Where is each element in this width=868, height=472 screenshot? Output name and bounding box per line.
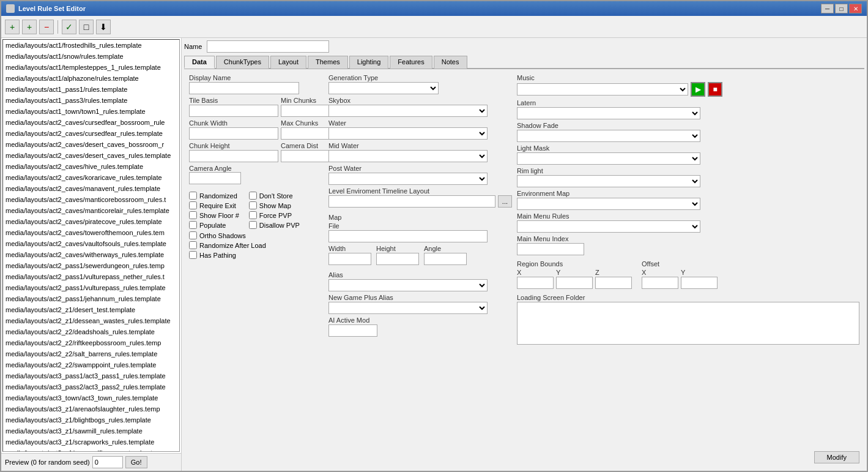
region-y-input[interactable]: [556, 277, 593, 289]
populate-check[interactable]: Populate: [189, 221, 239, 229]
check-button[interactable]: ✓: [62, 20, 76, 34]
tile-basis-input[interactable]: [189, 105, 278, 117]
list-item[interactable]: media/layouts/act2_caves/koraricave_rule…: [3, 172, 179, 183]
list-item[interactable]: media/layouts/act1_pass1/rules.template: [3, 84, 179, 95]
new-game-plus-select[interactable]: [328, 302, 488, 314]
ai-active-mod-input[interactable]: [328, 324, 377, 337]
list-item[interactable]: media/layouts/act2_pass1/sewerdungeon_ru…: [3, 260, 179, 271]
post-water-select[interactable]: [328, 173, 488, 185]
shadow-fade-select[interactable]: [517, 130, 700, 142]
region-x-input[interactable]: [517, 277, 554, 289]
tab-lighting[interactable]: Lighting: [349, 56, 389, 69]
file-list[interactable]: media/layouts/act1/frostedhills_rules.te…: [2, 39, 180, 452]
music-select[interactable]: [517, 83, 688, 96]
list-item[interactable]: media/layouts/act1_town/town1_rules.temp…: [3, 106, 179, 117]
list-item[interactable]: media/layouts/act2_caves/hive_rules.temp…: [3, 161, 179, 172]
rim-light-select[interactable]: [517, 175, 700, 187]
tab-layout[interactable]: Layout: [270, 56, 306, 69]
offset-y-input[interactable]: [681, 277, 718, 289]
level-env-input[interactable]: [328, 195, 495, 208]
force-pvp-check[interactable]: Force PVP: [249, 211, 300, 219]
list-item[interactable]: media/layouts/act2_caves/cursedfear_boss…: [3, 117, 179, 128]
env-map-select[interactable]: [517, 198, 700, 210]
list-item[interactable]: media/layouts/act1/alphazone/rules.templ…: [3, 73, 179, 84]
map-file-input[interactable]: [328, 230, 488, 242]
add2-button[interactable]: +: [22, 20, 37, 34]
add-button[interactable]: +: [5, 20, 20, 34]
mid-water-select[interactable]: [328, 150, 488, 162]
water-select[interactable]: [328, 127, 488, 140]
lantern-select[interactable]: [517, 107, 700, 119]
list-item[interactable]: media/layouts/act1_pass3/rules.template: [3, 95, 179, 106]
dont-store-check[interactable]: Don't Store: [249, 192, 300, 200]
list-item[interactable]: media/layouts/act3_z1/scrapworks_rules.t…: [3, 436, 179, 448]
region-z-input[interactable]: [595, 277, 632, 289]
list-item[interactable]: media/layouts/act2_z2/deadshoals_rules.t…: [3, 326, 179, 337]
chunk-width-input[interactable]: [189, 127, 278, 140]
main-menu-index-input[interactable]: [517, 243, 584, 255]
map-height-input[interactable]: [376, 253, 419, 265]
list-item[interactable]: media/layouts/act2_pass1/vulturepass_net…: [3, 271, 179, 282]
list-item[interactable]: media/layouts/act2_z1/dessean_wastes_rul…: [3, 315, 179, 326]
modify-button[interactable]: Modify: [814, 451, 859, 463]
list-item[interactable]: media/layouts/act2_pass1/jehannum_rules.…: [3, 293, 179, 304]
list-item[interactable]: media/layouts/act3_z1/werewolfbasement_r…: [3, 448, 179, 452]
alias-select[interactable]: [328, 279, 488, 291]
stop-button[interactable]: ■: [708, 82, 722, 97]
list-item[interactable]: media/layouts/act2_caves/manticorelair_r…: [3, 205, 179, 216]
list-item[interactable]: media/layouts/act2_caves/cursedfear_rule…: [3, 128, 179, 139]
main-menu-rules-select[interactable]: [517, 220, 700, 233]
display-name-input[interactable]: [189, 82, 299, 94]
gen-type-select[interactable]: [328, 82, 439, 94]
square-button[interactable]: □: [79, 20, 94, 34]
go-button[interactable]: Go!: [125, 456, 147, 468]
list-item[interactable]: media/layouts/act2_caves/towerofthemoon_…: [3, 227, 179, 238]
seed-input[interactable]: [92, 456, 123, 468]
tab-chunktypes[interactable]: ChunkTypes: [216, 56, 269, 69]
ortho-shadows-check[interactable]: Ortho Shadows: [189, 231, 324, 239]
list-item[interactable]: media/layouts/act3_pass2/act3_pass2_rule…: [3, 381, 179, 392]
list-item[interactable]: media/layouts/act2_z2/salt_barrens_rules…: [3, 348, 179, 359]
list-item[interactable]: media/layouts/act3_pass1/act3_pass1_rule…: [3, 370, 179, 381]
disallow-pvp-check[interactable]: Disallow PVP: [249, 221, 300, 229]
close-button[interactable]: ✕: [849, 4, 862, 13]
randomize-after-load-check[interactable]: Randomize After Load: [189, 241, 324, 249]
skybox-select[interactable]: [328, 105, 488, 117]
list-item[interactable]: media/layouts/act2_caves/desert_caves_ru…: [3, 150, 179, 161]
tab-data[interactable]: Data: [184, 56, 215, 69]
name-input[interactable]: [207, 40, 329, 53]
level-env-browse-button[interactable]: ...: [498, 195, 512, 208]
list-item[interactable]: media/layouts/act2_caves/vaultofsouls_ru…: [3, 238, 179, 249]
list-item[interactable]: media/layouts/act1/templesteppes_1_rules…: [3, 62, 179, 73]
show-floor-check[interactable]: Show Floor #: [189, 211, 239, 219]
show-map-check[interactable]: Show Map: [249, 201, 300, 209]
list-item[interactable]: media/layouts/act3_z1/arenaofslaughter_r…: [3, 403, 179, 414]
list-item[interactable]: media/layouts/act2_z2/riftkeepbossroom_r…: [3, 337, 179, 348]
list-item[interactable]: media/layouts/act3_z1/blightbogs_rules.t…: [3, 414, 179, 425]
has-pathing-check[interactable]: Has Pathing: [189, 251, 324, 259]
list-item[interactable]: media/layouts/act1/snow/rules.template: [3, 51, 179, 62]
list-item[interactable]: media/layouts/act2_caves/manticorebossro…: [3, 194, 179, 205]
tab-notes[interactable]: Notes: [434, 56, 467, 69]
list-item[interactable]: media/layouts/act2_caves/desert_caves_bo…: [3, 139, 179, 150]
map-angle-input[interactable]: [424, 253, 467, 265]
list-item[interactable]: media/layouts/act3_town/act3_town_rules.…: [3, 392, 179, 403]
camera-angle-input[interactable]: [189, 172, 241, 184]
list-item[interactable]: media/layouts/act2_caves/piratecove_rule…: [3, 216, 179, 227]
download-button[interactable]: ⬇: [96, 20, 111, 34]
list-item[interactable]: media/layouts/act3_z1/sawmill_rules.temp…: [3, 425, 179, 436]
offset-x-input[interactable]: [642, 277, 678, 289]
require-exit-check[interactable]: Require Exit: [189, 201, 239, 209]
tab-features[interactable]: Features: [390, 56, 432, 69]
loading-screen-textarea[interactable]: [517, 302, 859, 345]
list-item[interactable]: media/layouts/act2_caves/manavent_rules.…: [3, 183, 179, 194]
minimize-button[interactable]: ─: [821, 4, 834, 13]
maximize-button[interactable]: □: [835, 4, 848, 13]
chunk-height-input[interactable]: [189, 150, 278, 162]
tab-themes[interactable]: Themes: [308, 56, 348, 69]
list-item[interactable]: media/layouts/act2_pass1/vulturepass_rul…: [3, 282, 179, 293]
light-mask-select[interactable]: [517, 152, 700, 165]
remove-button[interactable]: −: [39, 20, 54, 34]
list-item[interactable]: media/layouts/act2_caves/witherways_rule…: [3, 249, 179, 260]
randomized-check[interactable]: Randomized: [189, 192, 239, 200]
